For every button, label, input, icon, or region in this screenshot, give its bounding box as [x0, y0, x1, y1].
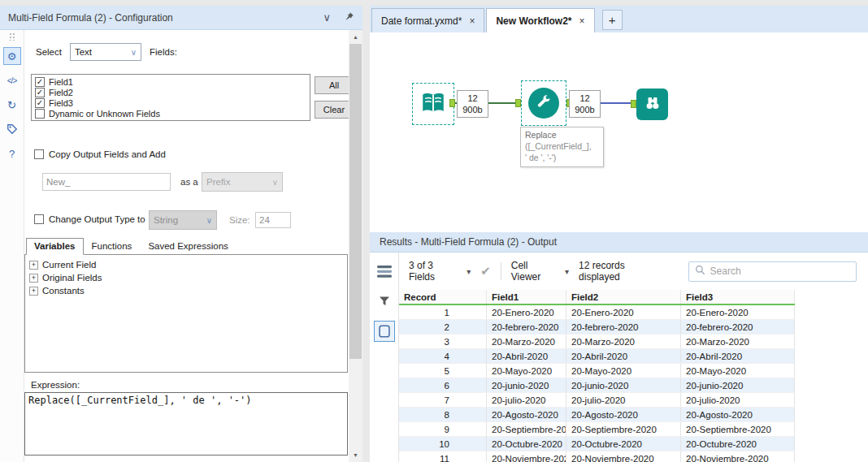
data-cell[interactable]: 20-Enero-2020 — [487, 305, 566, 319]
record-number-cell[interactable]: 7 — [399, 393, 487, 407]
pin-icon[interactable] — [344, 11, 354, 24]
change-type-checkbox[interactable] — [34, 214, 44, 224]
data-cell[interactable]: 20-Octubre-2020 — [566, 437, 681, 451]
tab-saved-expressions[interactable]: Saved Expressions — [140, 238, 236, 255]
record-number-cell[interactable]: 3 — [399, 335, 487, 348]
input-anchor[interactable] — [631, 100, 636, 108]
scroll-up-icon[interactable]: ▲ — [349, 30, 362, 44]
copy-output-checkbox[interactable] — [34, 149, 44, 159]
column-header-field2[interactable]: Field2 — [566, 290, 681, 304]
table-row[interactable]: 520-Mayo-202020-Mayo-202020-Mayo-2020 — [399, 364, 795, 378]
connection-annotation[interactable]: 12 900b — [569, 90, 601, 118]
data-cell[interactable]: 20-Agosto-2020 — [487, 408, 566, 421]
data-cell[interactable]: 20-Mayo-2020 — [487, 364, 566, 378]
gear-icon[interactable]: ⚙ — [3, 47, 21, 65]
select-all-button[interactable]: All — [315, 76, 349, 94]
field-list-item[interactable]: ✓Field3 — [32, 97, 310, 108]
browse-tool[interactable] — [636, 89, 668, 120]
record-number-cell[interactable]: 11 — [399, 451, 487, 462]
data-cell[interactable]: 20-Marzo-2020 — [566, 335, 681, 348]
data-cell[interactable]: 20-Noviembre-2020 — [487, 451, 566, 462]
config-scrollbar[interactable]: ▲ ▼ — [349, 30, 362, 462]
expander-icon[interactable]: + — [29, 287, 38, 296]
data-cell[interactable]: 20-Abril-2020 — [681, 349, 795, 363]
data-cell[interactable]: 20-febrero-2020 — [681, 320, 795, 334]
data-cell[interactable]: 20-Septiembre-2020 — [681, 422, 795, 436]
column-header-field3[interactable]: Field3 — [681, 290, 795, 304]
data-cell[interactable]: 20-Marzo-2020 — [681, 335, 795, 348]
chevron-down-icon[interactable]: ∨ — [323, 11, 331, 24]
record-number-cell[interactable]: 1 — [399, 305, 487, 319]
scrollbar-thumb[interactable] — [349, 44, 362, 359]
tab-variables[interactable]: Variables — [26, 238, 84, 255]
prefix-dropdown[interactable]: Prefix ∨ — [202, 172, 283, 192]
table-row[interactable]: 920-Septiembre-202020-Septiembre-202020-… — [399, 422, 795, 437]
expression-editor[interactable]: Replace([_CurrentField_], ' de ', '-') — [24, 392, 348, 456]
record-number-cell[interactable]: 4 — [399, 349, 487, 363]
input-data-tool[interactable] — [412, 83, 454, 125]
profile-view-icon[interactable] — [374, 291, 395, 312]
table-row[interactable]: 420-Abril-202020-Abril-202020-Abril-2020 — [399, 349, 795, 364]
column-header-record[interactable]: Record — [399, 290, 487, 304]
table-row[interactable]: 1020-Octubre-202020-Octubre-202020-Octub… — [399, 437, 795, 451]
field-list-item[interactable]: ✓Field2 — [32, 87, 310, 97]
field-checkbox[interactable]: ✓ — [35, 98, 45, 108]
apply-check-icon[interactable]: ✔ — [480, 264, 491, 278]
scroll-down-icon[interactable]: ▼ — [349, 448, 362, 462]
field-checkbox[interactable] — [35, 109, 45, 119]
close-icon[interactable]: × — [579, 15, 585, 27]
fields-filter-dropdown[interactable]: 3 of 3 Fields ▾ — [409, 260, 471, 283]
input-anchor[interactable] — [515, 99, 521, 107]
data-cell[interactable]: 20-Septiembre-2020 — [487, 422, 566, 436]
data-cell[interactable]: 20-Abril-2020 — [487, 349, 566, 363]
new-field-prefix-input[interactable] — [42, 173, 171, 191]
tab-functions[interactable]: Functions — [84, 238, 141, 255]
data-cell[interactable]: 20-Mayo-2020 — [681, 364, 795, 378]
field-type-dropdown[interactable]: Text ∨ — [70, 43, 141, 61]
data-cell[interactable]: 20-Enero-2020 — [566, 305, 681, 319]
expander-icon[interactable]: + — [29, 274, 38, 283]
record-number-cell[interactable]: 2 — [399, 320, 487, 334]
column-header-field1[interactable]: Field1 — [487, 290, 566, 304]
tree-item[interactable]: +Constants — [29, 284, 343, 297]
grip-icon[interactable] — [9, 32, 15, 41]
record-number-cell[interactable]: 5 — [399, 364, 487, 378]
new-tab-button[interactable]: + — [602, 10, 623, 30]
table-row[interactable]: 620-junio-202020-junio-202020-junio-2020 — [399, 378, 795, 393]
code-icon[interactable]: </> — [3, 71, 21, 89]
page-view-icon[interactable] — [374, 321, 395, 342]
data-cell[interactable]: 20-Noviembre-2020 — [566, 451, 681, 462]
data-cell[interactable]: 20-febrero-2020 — [566, 320, 681, 334]
table-row[interactable]: 820-Agosto-202020-Agosto-202020-Agosto-2… — [399, 408, 795, 422]
tree-item[interactable]: +Original Fields — [29, 271, 343, 284]
record-number-cell[interactable]: 8 — [399, 408, 487, 421]
field-list-item[interactable]: Dynamic or Unknown Fields — [32, 108, 310, 119]
table-row[interactable]: 320-Marzo-202020-Marzo-202020-Marzo-2020 — [399, 335, 795, 349]
tab-date-format[interactable]: Date format.yxmd* × — [371, 8, 484, 32]
fields-listbox[interactable]: ✓Field1✓Field2✓Field3Dynamic or Unknown … — [31, 74, 310, 121]
output-anchor[interactable] — [449, 99, 455, 107]
tag-icon[interactable] — [3, 120, 21, 138]
workflow-canvas[interactable]: 12 900b 12 900b Replace ([_CurrentField_… — [370, 32, 868, 232]
data-cell[interactable]: 20-junio-2020 — [566, 378, 681, 392]
cell-viewer-dropdown[interactable]: Cell Viewer ▾ — [511, 260, 569, 283]
tab-new-workflow2[interactable]: New Workflow2* × — [486, 8, 594, 32]
data-cell[interactable]: 20-Mayo-2020 — [566, 364, 681, 378]
data-cell[interactable]: 20-Octubre-2020 — [681, 437, 795, 451]
data-cell[interactable]: 20-Septiembre-2020 — [566, 422, 681, 436]
data-cell[interactable]: 20-Enero-2020 — [681, 305, 795, 319]
record-number-cell[interactable]: 10 — [399, 437, 487, 451]
data-cell[interactable]: 20-Agosto-2020 — [566, 408, 681, 421]
results-search[interactable] — [688, 261, 857, 282]
table-row[interactable]: 720-julio-202020-julio-202020-julio-2020 — [399, 393, 795, 408]
clear-button[interactable]: Clear — [315, 101, 349, 119]
close-icon[interactable]: × — [469, 15, 475, 27]
multi-field-formula-tool[interactable] — [521, 80, 566, 126]
table-row[interactable]: 1120-Noviembre-202020-Noviembre-202020-N… — [399, 451, 795, 462]
results-grid[interactable]: Record Field1 Field2 Field3 120-Enero-20… — [399, 290, 868, 462]
data-cell[interactable]: 20-febrero-2020 — [487, 320, 566, 334]
data-cell[interactable]: 20-Marzo-2020 — [487, 335, 566, 348]
data-cell[interactable]: 20-Octubre-2020 — [487, 437, 566, 451]
record-number-cell[interactable]: 9 — [399, 422, 487, 436]
field-list-item[interactable]: ✓Field1 — [32, 76, 310, 87]
